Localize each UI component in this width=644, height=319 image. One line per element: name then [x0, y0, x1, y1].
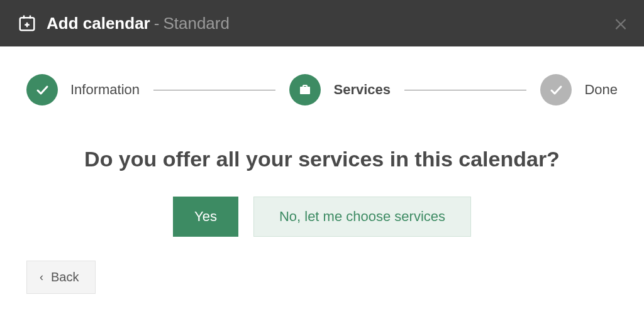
- modal-subtitle: Standard: [163, 14, 230, 33]
- step-divider: [404, 90, 526, 90]
- yes-button[interactable]: Yes: [173, 197, 238, 237]
- step-information[interactable]: Information: [26, 74, 140, 105]
- chevron-left-icon: ‹: [40, 271, 43, 284]
- modal-title-separator: -: [154, 14, 160, 33]
- no-choose-services-button[interactable]: No, let me choose services: [253, 197, 471, 237]
- step-done: Done: [540, 74, 618, 105]
- step-services[interactable]: Services: [289, 74, 391, 105]
- modal-header: Add calendar - Standard: [0, 0, 644, 46]
- calendar-add-icon: [18, 14, 36, 33]
- question-heading: Do you offer all your services in this c…: [0, 147, 644, 171]
- back-button[interactable]: ‹ Back: [26, 261, 96, 294]
- check-icon: [26, 74, 58, 105]
- check-icon: [540, 74, 572, 105]
- step-label: Information: [70, 82, 140, 98]
- briefcase-icon: [289, 74, 321, 105]
- stepper: Information Services Done: [0, 46, 644, 118]
- step-label: Done: [584, 82, 618, 98]
- answer-buttons: Yes No, let me choose services: [0, 197, 644, 237]
- modal-title: Add calendar: [47, 14, 150, 33]
- back-label: Back: [51, 270, 79, 284]
- step-label: Services: [333, 82, 391, 98]
- close-icon[interactable]: [613, 15, 629, 31]
- step-divider: [153, 90, 275, 90]
